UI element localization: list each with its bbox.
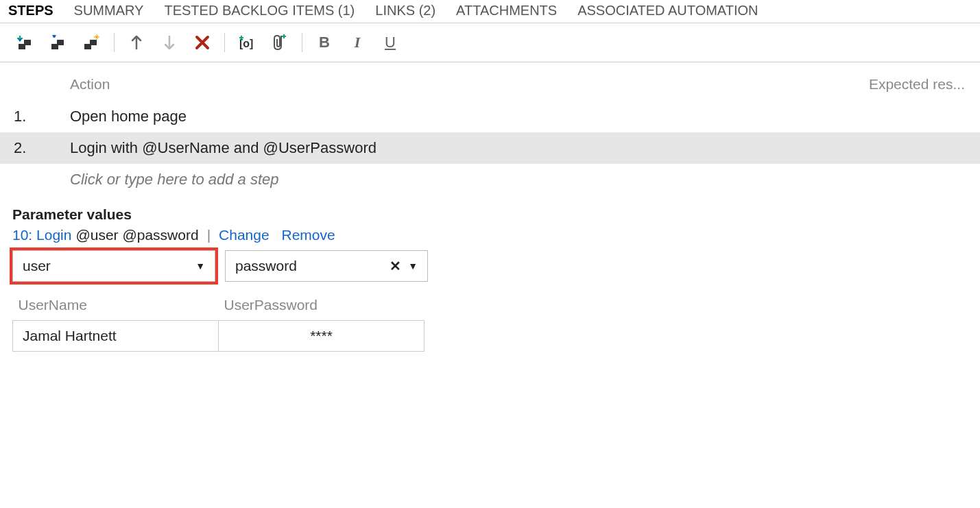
clear-icon[interactable]: ✕ — [390, 258, 401, 274]
tab-bar: STEPS SUMMARY TESTED BACKLOG ITEMS (1) L… — [0, 0, 980, 23]
tab-tested-backlog-items[interactable]: TESTED BACKLOG ITEMS (1) — [164, 3, 355, 19]
dropdown-value: password — [235, 258, 297, 274]
tab-attachments[interactable]: ATTACHMENTS — [456, 3, 557, 19]
tab-summary[interactable]: SUMMARY — [74, 3, 144, 19]
tab-links[interactable]: LINKS (2) — [375, 3, 435, 19]
toolbar-separator — [224, 33, 225, 52]
change-link[interactable]: Change — [219, 227, 270, 243]
bold-icon[interactable]: B — [311, 30, 338, 55]
insert-parameter-icon[interactable]: [ο] — [233, 30, 261, 55]
svg-rect-8 — [90, 40, 97, 45]
tab-associated-automation[interactable]: ASSOCIATED AUTOMATION — [577, 3, 758, 19]
parameter-mapping-dropdown-user[interactable]: user ▼ — [12, 250, 215, 282]
step-action-cell[interactable]: Login with @UserName and @UserPassword — [70, 139, 972, 157]
insert-step-after-icon[interactable] — [45, 30, 73, 55]
param-column-header: UserPassword — [219, 291, 425, 321]
toolbar-separator — [114, 33, 115, 52]
param-cell-password[interactable]: **** — [219, 321, 425, 352]
shared-parameter-link[interactable]: 10: Login — [12, 227, 71, 243]
parameter-values-section: Parameter values 10: Login @user @passwo… — [0, 195, 980, 359]
insert-step-icon[interactable] — [12, 30, 40, 55]
step-number: 2. — [8, 139, 70, 157]
svg-rect-4 — [57, 40, 64, 45]
step-row[interactable]: 1. Open home page — [0, 101, 980, 132]
step-action-cell[interactable]: Open home page — [70, 108, 972, 125]
step-number: 1. — [8, 108, 70, 125]
param-cell-username[interactable]: Jamal Hartnett — [13, 321, 219, 352]
toolbar-separator — [302, 33, 302, 52]
delete-icon[interactable] — [189, 30, 216, 55]
underline-icon[interactable]: U — [377, 30, 404, 55]
parameter-values-title: Parameter values — [12, 206, 968, 223]
param-column-header: UserName — [13, 291, 219, 321]
tab-steps[interactable]: STEPS — [8, 3, 53, 19]
column-header-action: Action — [70, 76, 848, 93]
italic-icon[interactable]: I — [344, 30, 371, 55]
steps-grid: Action Expected res... 1. Open home page… — [0, 62, 980, 195]
chevron-down-icon: ▼ — [408, 261, 418, 271]
move-up-icon[interactable] — [123, 30, 150, 55]
step-row[interactable]: 2. Login with @UserName and @UserPasswor… — [0, 132, 980, 164]
parameter-mapping-dropdown-password[interactable]: password ✕ ▼ — [225, 250, 428, 282]
toolbar: [ο] B I U — [0, 23, 980, 62]
parameter-values-table: UserName UserPassword Jamal Hartnett ***… — [12, 291, 425, 352]
dropdown-value: user — [23, 258, 51, 274]
attach-icon[interactable] — [266, 30, 294, 55]
move-down-icon[interactable] — [156, 30, 183, 55]
svg-rect-1 — [24, 40, 31, 45]
remove-link[interactable]: Remove — [282, 227, 335, 243]
svg-marker-2 — [18, 39, 22, 42]
shared-parameter-suffix: @user @password — [75, 227, 198, 243]
separator: | — [207, 227, 211, 243]
new-step-icon[interactable] — [78, 30, 106, 55]
chevron-down-icon: ▼ — [195, 261, 205, 271]
add-step-placeholder[interactable]: Click or type here to add a step — [0, 164, 980, 195]
svg-point-6 — [53, 35, 56, 38]
column-header-expected: Expected res... — [848, 76, 972, 93]
